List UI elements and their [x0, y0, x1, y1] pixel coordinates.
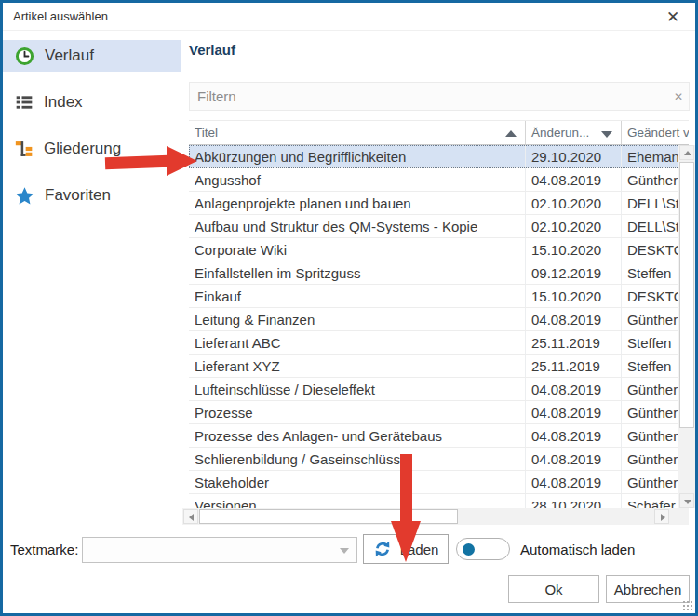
- column-header-aenderung[interactable]: Änderun...: [526, 121, 622, 144]
- sidebar-item-label: Gliederung: [44, 140, 121, 158]
- cancel-button[interactable]: Abbrechen: [606, 575, 690, 603]
- sort-desc-icon: [601, 131, 612, 138]
- laden-button[interactable]: Laden: [363, 534, 449, 564]
- cell-title: Corporate Wiki: [189, 238, 526, 261]
- auto-laden-label: Automatisch laden: [520, 542, 635, 557]
- resize-grip[interactable]: [682, 600, 693, 611]
- cell-date: 04.08.2019: [526, 378, 622, 400]
- cell-date: 15.10.2020: [526, 238, 622, 261]
- cell-date: 04.08.2019: [526, 424, 622, 447]
- table-row[interactable]: Lieferant ABC25.11.2019Steffen: [189, 331, 689, 355]
- cell-title: Einfallstellen im Spritzguss: [189, 261, 526, 284]
- filter-clear-icon[interactable]: ✕: [668, 90, 689, 103]
- table-header: Titel Änderun... Geändert v: [189, 120, 689, 145]
- vertical-scrollbar-thumb[interactable]: [679, 162, 694, 428]
- filter-box: ✕: [189, 82, 690, 111]
- clock-icon: [15, 47, 34, 66]
- table-row[interactable]: Einfallstellen im Spritzguss09.12.2019St…: [189, 261, 689, 285]
- table-row[interactable]: Prozesse des Anlagen- und Gerätebaus04.0…: [189, 424, 689, 448]
- page-title: Verlauf: [189, 42, 235, 58]
- cell-date: 25.11.2019: [526, 355, 622, 377]
- column-header-titel[interactable]: Titel: [189, 121, 526, 144]
- cell-date: 04.08.2019: [526, 308, 622, 330]
- star-icon: [15, 186, 34, 206]
- cell-title: Aufbau und Struktur des QM-Systems - Kop…: [189, 215, 526, 237]
- horizontal-scrollbar[interactable]: [182, 508, 689, 525]
- cell-date: 04.08.2019: [526, 471, 622, 493]
- table-row[interactable]: Lieferant XYZ25.11.2019Steffen: [189, 355, 689, 378]
- table-row[interactable]: Angusshof04.08.2019Günther: [189, 168, 689, 192]
- cell-date: 29.10.2020: [526, 145, 622, 167]
- dialog-title: Artikel auswählen: [13, 9, 108, 23]
- cell-title: Leitung & Finanzen: [189, 308, 526, 330]
- ok-button[interactable]: Ok: [508, 575, 599, 603]
- table-row[interactable]: Abkürzungen und Begrifflichkeiten29.10.2…: [189, 145, 689, 168]
- toggle-knob: [463, 543, 475, 556]
- cell-title: Prozesse des Anlagen- und Gerätebaus: [189, 424, 526, 447]
- sidebar-item-label: Index: [44, 93, 83, 112]
- sidebar-item-favoriten[interactable]: Favoriten: [3, 180, 181, 211]
- table-row[interactable]: Aufbau und Struktur des QM-Systems - Kop…: [189, 215, 689, 238]
- scroll-up-icon[interactable]: [679, 145, 694, 160]
- laden-button-label: Laden: [400, 542, 439, 557]
- cell-title: Einkauf: [189, 285, 526, 307]
- cell-date: 09.12.2019: [526, 261, 622, 284]
- filter-input[interactable]: [190, 88, 668, 104]
- table-row[interactable]: Lufteinschlüsse / Dieseleffekt04.08.2019…: [189, 378, 689, 401]
- cell-title: Angusshof: [189, 168, 526, 191]
- scroll-down-icon[interactable]: [679, 493, 694, 508]
- cell-date: 02.10.2020: [526, 192, 622, 214]
- cell-date: 04.08.2019: [526, 448, 622, 470]
- table-row[interactable]: Prozesse04.08.2019Günther: [189, 401, 689, 424]
- sidebar-item-label: Verlauf: [45, 47, 94, 65]
- cell-title: Lieferant ABC: [189, 331, 526, 354]
- sidebar: Verlauf Index Gliederung Favo: [3, 31, 181, 613]
- table-row[interactable]: Leitung & Finanzen04.08.2019Günther: [189, 308, 689, 331]
- textmarke-label: Textmarke:: [10, 542, 78, 557]
- table-row[interactable]: Einkauf15.10.2020DESKTO: [189, 285, 689, 308]
- cell-date: 02.10.2020: [526, 215, 622, 237]
- cell-title: Stakeholder: [189, 471, 526, 493]
- cell-title: Versionen: [189, 494, 526, 508]
- cell-date: 04.08.2019: [526, 168, 622, 191]
- cell-title: Prozesse: [189, 401, 526, 423]
- list-icon: [15, 93, 34, 112]
- cell-title: Abkürzungen und Begrifflichkeiten: [189, 145, 526, 167]
- vertical-scrollbar[interactable]: [678, 145, 695, 508]
- outline-icon: [15, 140, 34, 158]
- table-row[interactable]: Versionen28.10.2020Schäfer: [189, 494, 689, 508]
- sidebar-item-index[interactable]: Index: [3, 87, 181, 118]
- cell-title: Lufteinschlüsse / Dieseleffekt: [189, 378, 526, 400]
- sidebar-item-gliederung[interactable]: Gliederung: [3, 133, 181, 165]
- table-rows: Abkürzungen und Begrifflichkeiten29.10.2…: [189, 145, 689, 508]
- table-row[interactable]: Schlierenbildung / Gaseinschlüsse04.08.2…: [189, 448, 689, 471]
- textmarke-combobox[interactable]: [82, 537, 357, 563]
- cell-title: Lieferant XYZ: [189, 355, 526, 377]
- horizontal-scrollbar-thumb[interactable]: [199, 509, 458, 524]
- cell-date: 04.08.2019: [526, 401, 622, 423]
- scroll-right-icon[interactable]: [654, 509, 669, 524]
- scroll-left-icon[interactable]: [183, 509, 198, 524]
- titlebar: Artikel auswählen ✕: [3, 3, 695, 31]
- table-row[interactable]: Anlagenprojekte planen und bauen02.10.20…: [189, 192, 689, 215]
- sort-asc-icon: [505, 130, 517, 137]
- cell-title: Schlierenbildung / Gaseinschlüsse: [189, 448, 526, 470]
- cell-date: 28.10.2020: [526, 494, 622, 508]
- column-header-geaendert[interactable]: Geändert v: [622, 121, 689, 144]
- dialog-artikel-auswaehlen: Artikel auswählen ✕ Verlauf Index: [0, 0, 698, 616]
- sidebar-item-verlauf[interactable]: Verlauf: [3, 40, 181, 72]
- close-icon[interactable]: ✕: [662, 7, 684, 29]
- cell-title: Anlagenprojekte planen und bauen: [189, 192, 526, 214]
- auto-laden-toggle[interactable]: [456, 538, 510, 560]
- cell-date: 15.10.2020: [526, 285, 622, 307]
- refresh-icon: [373, 540, 392, 558]
- table-row[interactable]: Stakeholder04.08.2019Günther: [189, 471, 689, 494]
- main-panel: Verlauf ✕ Titel Änderun... Geändert v Ab…: [181, 31, 695, 613]
- table-row[interactable]: Corporate Wiki15.10.2020DESKTO: [189, 238, 689, 261]
- sidebar-item-label: Favoriten: [45, 186, 111, 205]
- chevron-down-icon: [340, 548, 349, 554]
- cell-date: 25.11.2019: [526, 331, 622, 354]
